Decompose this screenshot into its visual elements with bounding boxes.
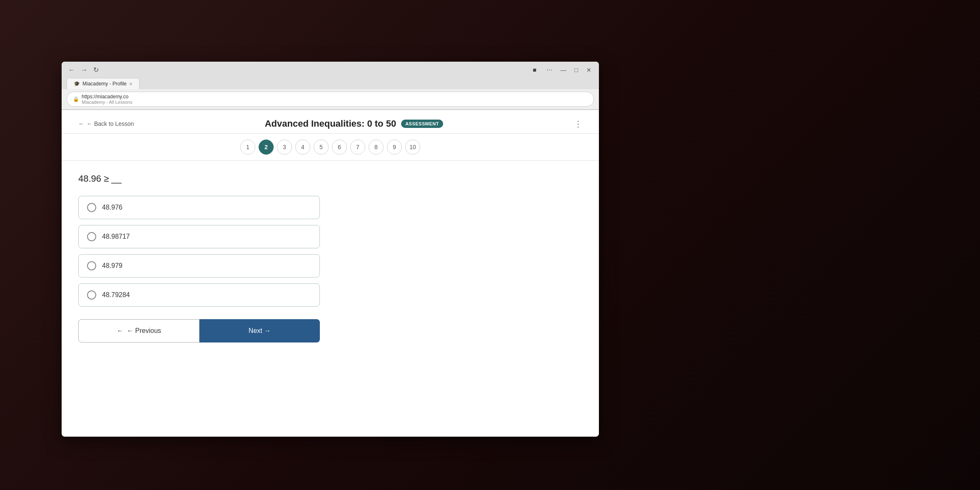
radio-1[interactable]: [87, 203, 96, 212]
reload-button[interactable]: ↻: [92, 65, 100, 75]
lock-icon: 🔒: [73, 96, 79, 102]
forward-button[interactable]: →: [79, 65, 89, 75]
next-button[interactable]: Next →: [199, 319, 320, 342]
back-to-lesson-link[interactable]: ← ← Back to Lesson: [78, 120, 134, 127]
tab-bar: 🎓 Miacademy - Profile ✕: [62, 78, 599, 89]
address-url: https://miacademy.co: [82, 94, 132, 100]
question-pagination: 1 2 3 4 5 6 7 8 9 10: [62, 134, 599, 161]
nav-controls: ← → ↻: [67, 65, 100, 75]
address-bar-row: 🔒 https://miacademy.co Miacademy - All L…: [62, 89, 599, 110]
question-num-7[interactable]: 7: [350, 140, 365, 155]
previous-arrow-icon: ←: [117, 327, 123, 335]
address-bar[interactable]: 🔒 https://miacademy.co Miacademy - All L…: [67, 92, 594, 107]
back-button[interactable]: ←: [67, 65, 77, 75]
address-secondary: Miacademy - All Lessons: [82, 100, 132, 105]
next-label: Next →: [249, 327, 271, 335]
question-num-10[interactable]: 10: [405, 140, 420, 155]
radio-2[interactable]: [87, 232, 96, 241]
window-controls: ◾ ⋯ — □ ✕: [529, 66, 594, 74]
radio-3[interactable]: [87, 261, 96, 270]
question-num-6[interactable]: 6: [332, 140, 347, 155]
question-num-3[interactable]: 3: [277, 140, 292, 155]
back-label: ← Back to Lesson: [87, 120, 134, 127]
titlebar: ← → ↻ ◾ ⋯ — □ ✕: [62, 62, 599, 78]
answer-option-2[interactable]: 48.98717: [78, 225, 320, 248]
assessment-badge: ASSESSMENT: [401, 120, 443, 128]
page-header: ← ← Back to Lesson Advanced Inequalities…: [62, 110, 599, 134]
question-text: 48.96 ≥ __: [78, 173, 337, 184]
more-options-button[interactable]: ⋮: [574, 119, 582, 129]
question-num-8[interactable]: 8: [369, 140, 384, 155]
tab-title: Miacademy - Profile: [82, 81, 127, 87]
page-title: Advanced Inequalities: 0 to 50: [265, 118, 396, 129]
browser-chrome: ← → ↻ ◾ ⋯ — □ ✕ 🎓 Miacademy - Profile ✕ …: [62, 62, 599, 110]
radio-4[interactable]: [87, 290, 96, 300]
browser-window: ← → ↻ ◾ ⋯ — □ ✕ 🎓 Miacademy - Profile ✕ …: [62, 62, 599, 437]
title-area: Advanced Inequalities: 0 to 50 ASSESSMEN…: [134, 118, 574, 129]
answer-option-3[interactable]: 48.979: [78, 254, 320, 278]
answer-option-4[interactable]: 48.79284: [78, 283, 320, 307]
question-num-9[interactable]: 9: [387, 140, 402, 155]
option-text-2: 48.98717: [102, 233, 130, 240]
menu-button[interactable]: ⋯: [544, 66, 555, 74]
close-button[interactable]: ✕: [584, 66, 594, 74]
option-text-1: 48.976: [102, 204, 122, 211]
option-text-3: 48.979: [102, 262, 122, 270]
option-text-4: 48.79284: [102, 291, 130, 299]
previous-label: ← Previous: [127, 327, 161, 335]
question-num-5[interactable]: 5: [314, 140, 329, 155]
active-tab[interactable]: 🎓 Miacademy - Profile ✕: [67, 78, 140, 89]
tab-favicon: 🎓: [74, 81, 80, 87]
answer-options: 48.976 48.98717 48.979 48.79284: [78, 196, 337, 307]
answer-option-1[interactable]: 48.976: [78, 196, 320, 219]
previous-button[interactable]: ← ← Previous: [78, 319, 199, 342]
screenshot-button[interactable]: ◾: [529, 66, 541, 74]
maximize-button[interactable]: □: [572, 66, 581, 74]
tab-close-icon[interactable]: ✕: [129, 82, 132, 86]
minimize-button[interactable]: —: [558, 66, 569, 74]
question-num-1[interactable]: 1: [240, 140, 255, 155]
question-num-2[interactable]: 2: [259, 140, 274, 155]
question-area: 48.96 ≥ __ 48.976 48.98717 48.979 48.792…: [62, 161, 353, 355]
question-num-4[interactable]: 4: [295, 140, 310, 155]
back-arrow-icon: ←: [78, 120, 84, 127]
nav-buttons: ← ← Previous Next →: [78, 319, 320, 342]
page-content: ← ← Back to Lesson Advanced Inequalities…: [62, 110, 599, 437]
